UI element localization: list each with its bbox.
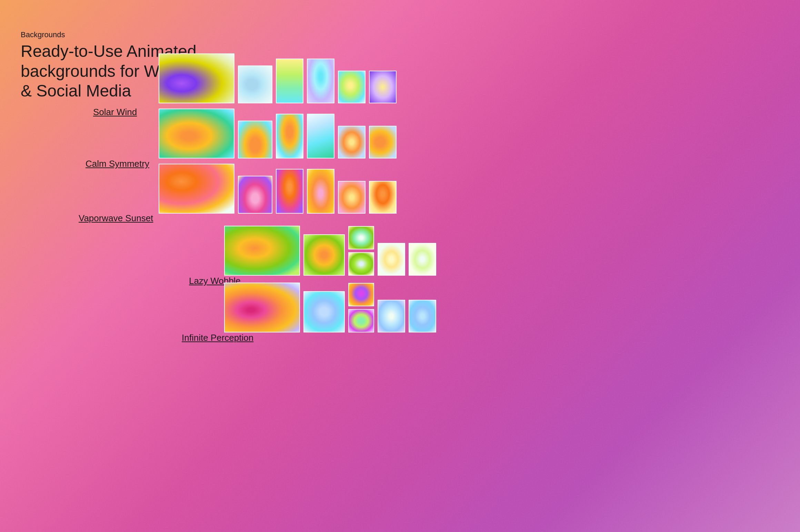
vaporwave-tall2[interactable] — [307, 169, 334, 214]
infinite-perception-label[interactable]: Infinite Perception — [182, 332, 253, 343]
vaporwave-label[interactable]: Vaporwave Sunset — [79, 213, 153, 224]
infinite-sm4[interactable] — [409, 300, 436, 332]
calm-symmetry-tall2[interactable] — [307, 114, 334, 158]
infinite-wide[interactable] — [224, 283, 300, 332]
infinite-perception-row — [224, 283, 436, 332]
solar-wind-sm1[interactable] — [338, 71, 366, 103]
breadcrumb: Backgrounds — [21, 30, 197, 39]
calm-symmetry-sq1[interactable] — [238, 121, 272, 158]
lazy-wobble-wide[interactable] — [224, 226, 300, 276]
calm-symmetry-row — [159, 109, 397, 158]
solar-wind-row — [159, 53, 397, 103]
infinite-sm2[interactable] — [348, 309, 374, 332]
lazy-wobble-sm3[interactable] — [378, 243, 405, 276]
solar-wind-tall1[interactable] — [276, 59, 303, 103]
solar-wind-sm2[interactable] — [369, 71, 397, 103]
lazy-wobble-row — [224, 226, 436, 276]
page-content: Backgrounds Ready-to-Use Animated backgr… — [0, 0, 800, 532]
vaporwave-sunset-row — [159, 164, 397, 214]
lazy-wobble-sq1[interactable] — [303, 234, 345, 276]
solar-wind-sq1[interactable] — [238, 65, 272, 103]
vaporwave-sm2[interactable] — [369, 181, 397, 214]
calm-symmetry-tall1[interactable] — [276, 114, 303, 158]
calm-symmetry-sm2[interactable] — [369, 126, 397, 158]
solar-wind-label[interactable]: Solar Wind — [93, 107, 137, 117]
infinite-sm3[interactable] — [378, 300, 405, 332]
lazy-wobble-sm2[interactable] — [348, 252, 374, 276]
vaporwave-sm1[interactable] — [338, 181, 366, 214]
vaporwave-wide[interactable] — [159, 164, 234, 214]
calm-symmetry-sm1[interactable] — [338, 126, 366, 158]
lazy-wobble-sm1[interactable] — [348, 226, 374, 249]
infinite-sm1[interactable] — [348, 283, 374, 306]
solar-wind-tall2[interactable] — [307, 59, 334, 103]
calm-symmetry-wide[interactable] — [159, 109, 234, 158]
vaporwave-tall1[interactable] — [276, 169, 303, 214]
infinite-sq1[interactable] — [303, 291, 345, 332]
vaporwave-sq1[interactable] — [238, 176, 272, 214]
calm-symmetry-label[interactable]: Calm Symmetry — [86, 158, 149, 169]
lazy-wobble-sm4[interactable] — [409, 243, 436, 276]
solar-wind-wide[interactable] — [159, 53, 234, 103]
